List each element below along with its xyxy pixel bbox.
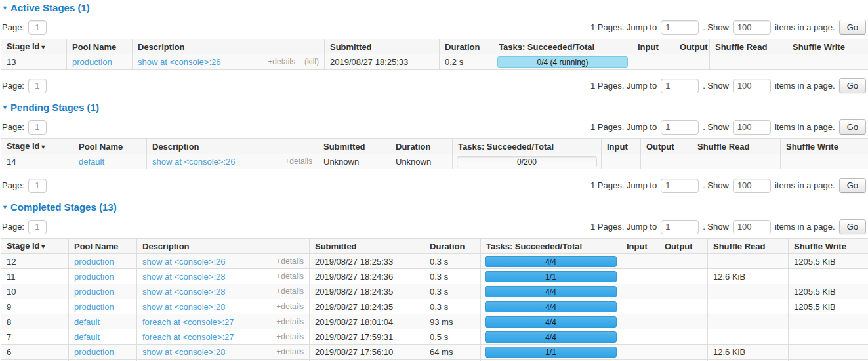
page-number-input[interactable] bbox=[28, 79, 47, 93]
jump-to-input[interactable] bbox=[661, 20, 699, 35]
input-cell bbox=[621, 254, 659, 269]
col-header-pool-name[interactable]: Pool Name bbox=[67, 39, 133, 54]
stage-row: 11productionshow at <console>:28+details… bbox=[1, 269, 868, 284]
col-header-stage-id[interactable]: Stage Id ▾ bbox=[1, 139, 73, 154]
page-label: Page: bbox=[2, 122, 24, 132]
col-header-output[interactable]: Output bbox=[659, 239, 708, 254]
col-header-shuffle-read[interactable]: Shuffle Read bbox=[708, 239, 789, 254]
details-toggle[interactable]: +details bbox=[276, 347, 304, 356]
shuffle-read-cell bbox=[692, 154, 781, 169]
show-count-input[interactable] bbox=[733, 220, 771, 234]
col-header-tasks-succeeded-total[interactable]: Tasks: Succeeded/Total bbox=[493, 39, 632, 54]
jump-to-input[interactable] bbox=[661, 179, 699, 193]
page-number-input[interactable] bbox=[28, 179, 47, 193]
show-count-input[interactable] bbox=[733, 120, 771, 135]
col-header-description[interactable]: Description bbox=[147, 139, 318, 154]
stage-description-link[interactable]: show at <console>:28 bbox=[142, 287, 225, 297]
stage-description-link[interactable]: show at <console>:26 bbox=[152, 157, 235, 167]
col-header-tasks-succeeded-total[interactable]: Tasks: Succeeded/Total bbox=[453, 139, 602, 154]
pending-stages-header[interactable]: ▼Pending Stages (1) bbox=[2, 102, 866, 113]
go-button[interactable]: Go bbox=[839, 219, 866, 234]
duration-cell: 0.3 s bbox=[424, 284, 481, 299]
page-number-input[interactable] bbox=[28, 20, 47, 35]
col-header-stage-id[interactable]: Stage Id ▾ bbox=[1, 239, 69, 254]
pool-name-link[interactable]: production bbox=[74, 272, 114, 282]
details-toggle[interactable]: +details bbox=[276, 272, 304, 281]
pool-name-link[interactable]: default bbox=[74, 317, 100, 327]
details-toggle[interactable]: +details bbox=[285, 157, 312, 166]
col-header-pool-name[interactable]: Pool Name bbox=[73, 139, 147, 154]
stage-description-link[interactable]: show at <console>:28 bbox=[142, 347, 225, 357]
col-header-submitted[interactable]: Submitted bbox=[310, 239, 424, 254]
stage-description-link[interactable]: foreach at <console>:27 bbox=[142, 332, 234, 342]
section-title-text: Active Stages (1) bbox=[10, 2, 90, 13]
stage-description-link[interactable]: show at <console>:28 bbox=[142, 302, 225, 312]
active-stages-header[interactable]: ▼Active Stages (1) bbox=[2, 2, 866, 13]
show-count-input[interactable] bbox=[733, 179, 771, 193]
tasks-progress-bar: 4/4 bbox=[485, 256, 617, 267]
collapse-triangle-icon: ▼ bbox=[2, 5, 8, 11]
col-header-duration[interactable]: Duration bbox=[424, 239, 481, 254]
col-header-duration[interactable]: Duration bbox=[390, 139, 453, 154]
show-count-input[interactable] bbox=[733, 79, 771, 93]
description-actions: +details bbox=[276, 256, 304, 266]
kill-link[interactable]: (kill) bbox=[304, 57, 319, 66]
col-header-duration[interactable]: Duration bbox=[440, 39, 493, 54]
section-completed-stages: ▼Completed Stages (13) Page: 1 Pages. Ju… bbox=[1, 202, 867, 361]
jump-to-input[interactable] bbox=[661, 220, 699, 234]
col-header-description[interactable]: Description bbox=[137, 239, 310, 254]
pool-name-link[interactable]: production bbox=[74, 257, 114, 266]
stage-description-link[interactable]: show at <console>:26 bbox=[142, 257, 225, 266]
stage-description-link[interactable]: foreach at <console>:27 bbox=[142, 317, 234, 327]
details-toggle[interactable]: +details bbox=[276, 287, 304, 296]
shuffle-read-cell bbox=[708, 329, 789, 345]
col-header-output[interactable]: Output bbox=[674, 39, 710, 54]
details-toggle[interactable]: +details bbox=[276, 332, 304, 341]
jump-to-input[interactable] bbox=[661, 120, 699, 135]
pool-name-link[interactable]: production bbox=[74, 287, 114, 297]
pool-name-link[interactable]: production bbox=[72, 57, 112, 67]
pool-name-link[interactable]: production bbox=[74, 347, 114, 357]
col-header-shuffle-read[interactable]: Shuffle Read bbox=[692, 139, 781, 154]
go-button[interactable]: Go bbox=[839, 119, 866, 135]
tasks-progress-bar: 4/4 bbox=[485, 301, 617, 312]
completed-stages-header[interactable]: ▼Completed Stages (13) bbox=[2, 202, 866, 213]
col-header-shuffle-write[interactable]: Shuffle Write bbox=[789, 239, 868, 254]
col-header-description[interactable]: Description bbox=[133, 39, 325, 54]
col-header-input[interactable]: Input bbox=[632, 39, 674, 54]
col-header-shuffle-write[interactable]: Shuffle Write bbox=[781, 139, 868, 154]
details-toggle[interactable]: +details bbox=[276, 302, 304, 311]
show-text: . Show bbox=[703, 22, 729, 32]
col-header-output[interactable]: Output bbox=[641, 139, 692, 154]
pool-name-link[interactable]: default bbox=[79, 157, 104, 167]
description-wrap: show at <console>:28+details bbox=[142, 301, 304, 312]
page-number-input[interactable] bbox=[28, 120, 47, 135]
details-toggle[interactable]: +details bbox=[276, 257, 304, 266]
col-header-tasks-succeeded-total[interactable]: Tasks: Succeeded/Total bbox=[481, 239, 621, 254]
col-header-submitted[interactable]: Submitted bbox=[318, 139, 390, 154]
col-header-shuffle-write[interactable]: Shuffle Write bbox=[787, 39, 868, 54]
pool-name-link[interactable]: default bbox=[74, 332, 100, 342]
jump-to-input[interactable] bbox=[661, 79, 699, 93]
tasks-progress-bar: 1/1 bbox=[485, 347, 617, 358]
go-button[interactable]: Go bbox=[839, 78, 866, 93]
col-header-input[interactable]: Input bbox=[602, 139, 641, 154]
pool-name-link[interactable]: production bbox=[74, 302, 114, 312]
col-header-input[interactable]: Input bbox=[621, 239, 659, 254]
input-cell bbox=[602, 154, 641, 169]
page-number-input[interactable] bbox=[28, 220, 47, 234]
duration-cell: 0.2 s bbox=[440, 54, 493, 70]
description-cell: foreach at <console>:27+details bbox=[137, 329, 310, 345]
show-count-input[interactable] bbox=[733, 20, 771, 35]
col-header-shuffle-read[interactable]: Shuffle Read bbox=[710, 39, 787, 54]
stage-description-link[interactable]: show at <console>:28 bbox=[142, 272, 225, 282]
col-header-stage-id[interactable]: Stage Id ▾ bbox=[1, 39, 67, 54]
go-button[interactable]: Go bbox=[839, 178, 866, 193]
details-toggle[interactable]: +details bbox=[276, 317, 304, 326]
col-header-pool-name[interactable]: Pool Name bbox=[69, 239, 137, 254]
col-header-submitted[interactable]: Submitted bbox=[325, 39, 440, 54]
go-button[interactable]: Go bbox=[839, 20, 866, 35]
details-toggle[interactable]: +details bbox=[268, 57, 295, 66]
stage-description-link[interactable]: show at <console>:26 bbox=[138, 57, 220, 67]
stage-row: 10productionshow at <console>:28+details… bbox=[1, 284, 868, 299]
